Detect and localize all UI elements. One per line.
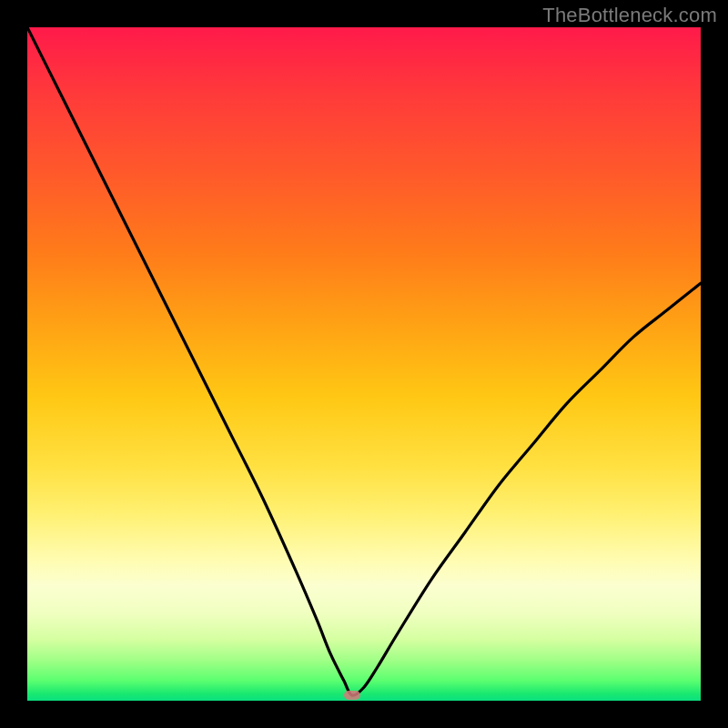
plot-area xyxy=(27,27,701,701)
chart-frame: TheBottleneck.com xyxy=(0,0,728,728)
watermark-text: TheBottleneck.com xyxy=(542,4,717,27)
optimal-point-marker xyxy=(344,691,360,700)
bottleneck-curve xyxy=(27,27,701,701)
